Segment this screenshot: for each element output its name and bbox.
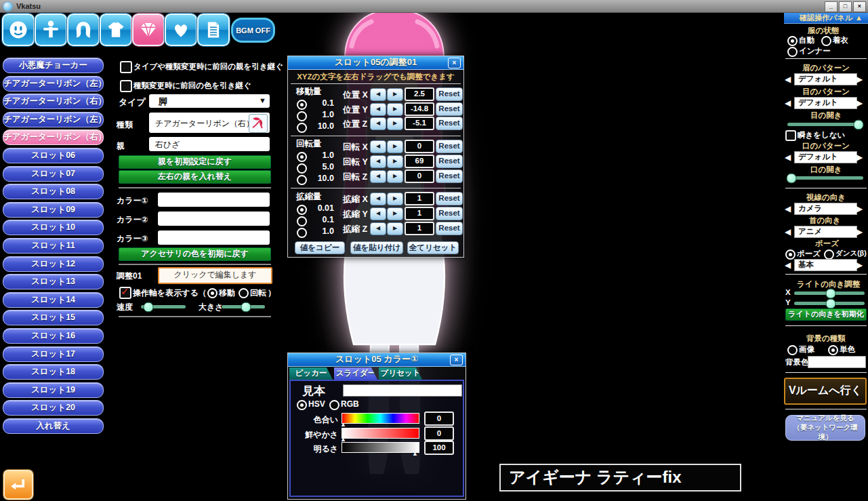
- rot-z-increment-button[interactable]: ▶: [387, 170, 403, 183]
- slot-button-09[interactable]: スロット09: [3, 202, 104, 218]
- rot-z-label[interactable]: 回転 Z: [343, 172, 367, 183]
- adjust-dialog-title[interactable]: スロット05の調整01: [288, 56, 463, 70]
- slot-button-10[interactable]: スロット10: [3, 220, 104, 235]
- scale-z-reset-button[interactable]: Reset: [436, 222, 463, 235]
- slot-button-06[interactable]: スロット06: [3, 148, 104, 163]
- pos-z-label[interactable]: 位置 Z: [343, 119, 367, 130]
- gaze-prev-button[interactable]: ◀: [785, 204, 791, 214]
- slot-button-01[interactable]: 小悪魔チョーカー: [3, 58, 104, 73]
- slot-button-08[interactable]: スロット08: [3, 184, 104, 199]
- view-manual-button[interactable]: マニュアルを見る （要ネットワーク環境）: [785, 415, 865, 441]
- slot-button-15[interactable]: スロット15: [3, 310, 104, 325]
- copy-values-button[interactable]: 値をコピー: [295, 241, 345, 254]
- slot-button-13[interactable]: スロット13: [3, 274, 104, 289]
- slot-button-16[interactable]: スロット16: [3, 328, 104, 344]
- rot-y-increment-button[interactable]: ▶: [387, 155, 403, 168]
- clothes-tab-button[interactable]: [100, 14, 132, 46]
- type-dropdown[interactable]: 脚 ▼: [149, 94, 270, 108]
- bg-solid-radio[interactable]: [828, 345, 838, 355]
- slot-button-20[interactable]: スロット20: [3, 400, 104, 416]
- pose-next-button[interactable]: ▶: [856, 260, 863, 270]
- rot-x-label[interactable]: 回転 X: [343, 142, 368, 153]
- scale-y-decrement-button[interactable]: ◀: [370, 207, 386, 220]
- tab-picker[interactable]: ピッカー: [289, 367, 333, 380]
- slot-button-19[interactable]: スロット19: [3, 382, 104, 398]
- swap-slots-button[interactable]: 入れ替え: [3, 418, 104, 434]
- neck-select[interactable]: アニメ: [794, 226, 857, 238]
- pos-y-reset-button[interactable]: Reset: [436, 102, 463, 116]
- hue-slider-thumb[interactable]: ▲: [340, 421, 346, 428]
- inherit-color-checkbox[interactable]: [120, 80, 132, 92]
- neck-next-button[interactable]: ▶: [856, 227, 863, 237]
- scale-y-label[interactable]: 拡縮 Y: [343, 209, 368, 220]
- pos-x-value[interactable]: 2.5: [405, 87, 434, 101]
- scale-x-decrement-button[interactable]: ◀: [370, 193, 386, 205]
- clothes-auto-radio[interactable]: [787, 36, 798, 46]
- slot-button-14[interactable]: スロット14: [3, 292, 104, 308]
- accessory-tab-button[interactable]: [132, 14, 165, 46]
- pos-x-increment-button[interactable]: ▶: [387, 88, 403, 101]
- pos-y-decrement-button[interactable]: ◀: [370, 103, 386, 116]
- hue-value[interactable]: 0: [424, 412, 454, 426]
- tab-slider[interactable]: スライダー: [334, 367, 377, 380]
- slot-button-07[interactable]: スロット07: [3, 166, 104, 182]
- slot-button-12[interactable]: スロット12: [3, 256, 104, 272]
- hsv-radio[interactable]: [297, 400, 307, 410]
- move-step-radio-0[interactable]: [297, 100, 307, 110]
- bg-image-radio[interactable]: [787, 345, 798, 355]
- scale-x-label[interactable]: 拡縮 X: [343, 194, 368, 205]
- rot-x-increment-button[interactable]: ▶: [387, 140, 403, 153]
- reset-parent-button[interactable]: 親を初期設定に戻す: [119, 155, 271, 169]
- move-step-radio-1[interactable]: [297, 111, 307, 121]
- reset-all-button[interactable]: 全てリセット: [407, 241, 459, 254]
- scale-y-increment-button[interactable]: ▶: [387, 207, 403, 220]
- scale-z-label[interactable]: 拡縮 Z: [343, 224, 367, 235]
- parent-field[interactable]: 右ひざ: [149, 137, 270, 151]
- color-dialog-close-button[interactable]: ×: [450, 355, 463, 365]
- rot-step-radio-1[interactable]: [297, 163, 307, 174]
- confirm-panel-header[interactable]: 確認操作パネル ▲: [784, 13, 868, 24]
- speed-slider[interactable]: [141, 305, 186, 308]
- axis-rotate-radio[interactable]: [239, 288, 249, 298]
- light-x-slider[interactable]: [794, 292, 865, 295]
- tab-preset[interactable]: プリセット: [379, 367, 422, 380]
- rot-z-decrement-button[interactable]: ◀: [370, 170, 386, 183]
- adjust-dialog-close-button[interactable]: ×: [448, 58, 461, 68]
- dance-radio[interactable]: [824, 249, 834, 260]
- slot-button-02[interactable]: チアガーターリボン（左）: [3, 76, 104, 92]
- gaze-select[interactable]: カメラ: [794, 203, 857, 215]
- color2-swatch[interactable]: [158, 212, 270, 226]
- brow-prev-button[interactable]: ◀: [785, 75, 791, 84]
- brow-pattern-select[interactable]: デフォルト: [794, 73, 857, 85]
- maximize-button[interactable]: □: [839, 1, 852, 12]
- scale-x-value[interactable]: 1: [405, 192, 434, 205]
- pose-prev-button[interactable]: ◀: [785, 260, 791, 270]
- face-tab-button[interactable]: [2, 14, 35, 46]
- slot-button-18[interactable]: スロット18: [3, 364, 104, 380]
- hue-slider[interactable]: ▲: [342, 413, 419, 424]
- brightness-slider-thumb[interactable]: ▲: [412, 450, 418, 457]
- slot-button-05-selected[interactable]: チアガーターリボン（右）: [3, 129, 104, 145]
- neck-prev-button[interactable]: ◀: [785, 227, 791, 237]
- bg-color-swatch[interactable]: [808, 356, 866, 368]
- mouth-next-button[interactable]: ▶: [856, 153, 863, 162]
- body-tab-button[interactable]: [35, 14, 67, 46]
- scale-x-reset-button[interactable]: Reset: [436, 192, 463, 205]
- favorites-tab-button[interactable]: [165, 14, 197, 46]
- show-axis-checkbox[interactable]: ✓: [119, 287, 131, 299]
- saturation-value[interactable]: 0: [424, 426, 454, 441]
- rot-step-radio-0[interactable]: [297, 152, 307, 162]
- color3-swatch[interactable]: [158, 231, 270, 245]
- clothes-dressed-radio[interactable]: [821, 36, 831, 46]
- pos-z-increment-button[interactable]: ▶: [387, 117, 403, 130]
- rgb-radio[interactable]: [329, 400, 339, 410]
- back-button[interactable]: [3, 470, 33, 500]
- move-step-radio-2[interactable]: [297, 123, 307, 133]
- pos-y-label[interactable]: 位置 Y: [343, 104, 368, 116]
- rot-y-label[interactable]: 回転 Y: [343, 157, 368, 168]
- mouth-open-slider[interactable]: [787, 176, 863, 180]
- no-blink-checkbox[interactable]: [785, 130, 796, 141]
- kind-field[interactable]: チアガーターリボン（右）: [149, 113, 270, 133]
- gaze-next-button[interactable]: ▶: [856, 204, 863, 214]
- scale-step-radio-2[interactable]: [297, 228, 307, 238]
